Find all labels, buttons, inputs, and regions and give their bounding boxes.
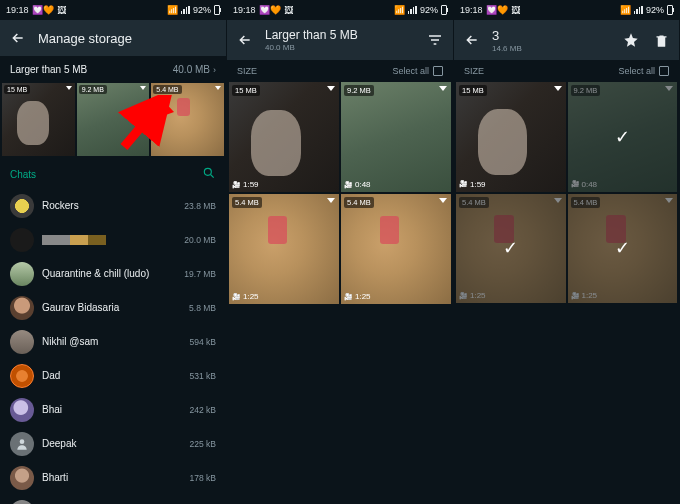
media-thumb[interactable]: 9.2 MB0:48: [341, 82, 451, 192]
thumb-duration: 1:59: [232, 180, 259, 189]
select-all-checkbox[interactable]: [659, 66, 669, 76]
battery-pct: 92%: [420, 5, 438, 15]
media-thumb[interactable]: 5.4 MB1:25✓: [568, 194, 678, 304]
toolbar-title: Manage storage: [38, 31, 218, 46]
avatar: [10, 466, 34, 490]
avatar: [10, 296, 34, 320]
thumb-duration: 1:25: [459, 291, 486, 300]
chevron-right-icon: ›: [213, 65, 216, 75]
chat-name: Rockers: [42, 200, 176, 211]
chat-row[interactable]: Gaurav Bidasaria5.8 MB: [0, 291, 226, 325]
dropdown-caret-icon: [665, 198, 673, 203]
toolbar-subtitle: 40.0 MB: [265, 43, 415, 52]
status-time: 19:18: [6, 5, 29, 15]
media-thumb[interactable]: 9.2 MB0:48✓: [568, 82, 678, 192]
chats-title: Chats: [10, 169, 36, 180]
avatar: [10, 364, 34, 388]
status-notif-icons: 💟🧡: [259, 5, 281, 15]
thumb-size-badge: 15 MB: [459, 85, 487, 96]
status-notif-icons: 💟🧡: [486, 5, 508, 15]
status-media-icon: 🖼: [57, 5, 66, 15]
avatar: [10, 262, 34, 286]
toolbar: Larger than 5 MB 40.0 MB: [227, 20, 453, 60]
select-all[interactable]: Select all: [392, 66, 443, 76]
media-grid: 15 MB1:599.2 MB0:48✓5.4 MB1:25✓5.4 MB1:2…: [454, 82, 679, 303]
avatar: [10, 500, 34, 504]
section-size: 40.0 MB: [173, 64, 210, 75]
thumb-duration: 1:59: [459, 180, 486, 189]
select-all[interactable]: Select all: [618, 66, 669, 76]
search-button[interactable]: [202, 166, 216, 183]
media-thumb[interactable]: 5.4 MB1:25✓: [456, 194, 566, 304]
check-icon: ✓: [615, 237, 630, 259]
chat-row[interactable]: 20.0 MB: [0, 223, 226, 257]
back-button[interactable]: [462, 30, 482, 50]
select-all-checkbox[interactable]: [433, 66, 443, 76]
battery-pct: 92%: [193, 5, 211, 15]
chat-name: Gaurav Bidasaria: [42, 302, 181, 313]
chat-name: Quarantine & chill (ludo): [42, 268, 176, 279]
thumb-size-badge: 9.2 MB: [344, 85, 374, 96]
chat-name: Bharti: [42, 472, 182, 483]
preview-thumb[interactable]: 15 MB: [2, 83, 75, 156]
media-thumb[interactable]: 15 MB1:59: [456, 82, 566, 192]
chat-row[interactable]: Quarantine & chill (ludo)19.7 MB: [0, 257, 226, 291]
selection-toolbar: 3 14.6 MB: [454, 20, 679, 60]
chat-name: [42, 235, 176, 245]
select-all-label: Select all: [392, 66, 429, 76]
chat-size: 531 kB: [190, 371, 216, 381]
chat-row[interactable]: Nikhil @sam594 kB: [0, 325, 226, 359]
status-time: 19:18: [460, 5, 483, 15]
chat-row[interactable]: Bhai242 kB: [0, 393, 226, 427]
chat-size: 594 kB: [190, 337, 216, 347]
dropdown-caret-icon: [439, 198, 447, 203]
status-time: 19:18: [233, 5, 256, 15]
dropdown-caret-icon: [554, 86, 562, 91]
chat-size: 178 kB: [190, 473, 216, 483]
thumb-size-badge: 15 MB: [232, 85, 260, 96]
chat-size: 225 kB: [190, 439, 216, 449]
chat-row[interactable]: Deepak225 kB: [0, 427, 226, 461]
chat-row[interactable]: Rockers23.8 MB: [0, 189, 226, 223]
chat-row[interactable]: Dad531 kB: [0, 359, 226, 393]
status-bar: 19:18 💟🧡 🖼 📶 92%: [0, 0, 226, 20]
toolbar: Manage storage: [0, 20, 226, 56]
preview-thumb[interactable]: 9.2 MB: [77, 83, 150, 156]
sort-label[interactable]: SIZE: [237, 66, 257, 76]
chat-row[interactable]: Dr. Nimavat135 kB: [0, 495, 226, 504]
dropdown-caret-icon: [665, 86, 673, 91]
media-thumb[interactable]: 15 MB1:59: [229, 82, 339, 192]
svg-point-1: [20, 439, 25, 444]
preview-thumb[interactable]: 5.4 MB: [151, 83, 224, 156]
thumb-duration: 1:25: [571, 291, 598, 300]
thumb-size-badge: 15 MB: [4, 85, 30, 94]
wifi-icon: 📶: [394, 5, 405, 15]
avatar: [10, 228, 34, 252]
wifi-icon: 📶: [620, 5, 631, 15]
back-button[interactable]: [235, 30, 255, 50]
section-larger-than-5mb[interactable]: Larger than 5 MB 40.0 MB ›: [0, 56, 226, 83]
back-button[interactable]: [8, 28, 28, 48]
wifi-icon: 📶: [167, 5, 178, 15]
sort-label[interactable]: SIZE: [464, 66, 484, 76]
delete-button[interactable]: [651, 30, 671, 50]
thumb-duration: 0:48: [571, 180, 598, 189]
thumb-size-badge: 5.4 MB: [232, 197, 262, 208]
star-button[interactable]: [621, 30, 641, 50]
dropdown-caret-icon: [327, 86, 335, 91]
selection-size: 14.6 MB: [492, 44, 611, 53]
chat-size: 5.8 MB: [189, 303, 216, 313]
status-notif-icons: 💟🧡: [32, 5, 54, 15]
media-thumb[interactable]: 5.4 MB1:25: [229, 194, 339, 304]
dropdown-caret-icon: [66, 86, 72, 90]
avatar: [10, 432, 34, 456]
status-bar: 19:18 💟🧡 🖼 📶 92%: [227, 0, 453, 20]
dropdown-caret-icon: [554, 198, 562, 203]
sort-button[interactable]: [425, 30, 445, 50]
select-all-label: Select all: [618, 66, 655, 76]
media-thumb[interactable]: 5.4 MB1:25: [341, 194, 451, 304]
svg-point-0: [204, 168, 211, 175]
chat-row[interactable]: Bharti178 kB: [0, 461, 226, 495]
thumb-duration: 1:25: [232, 292, 259, 301]
thumb-size-badge: 5.4 MB: [459, 197, 489, 208]
